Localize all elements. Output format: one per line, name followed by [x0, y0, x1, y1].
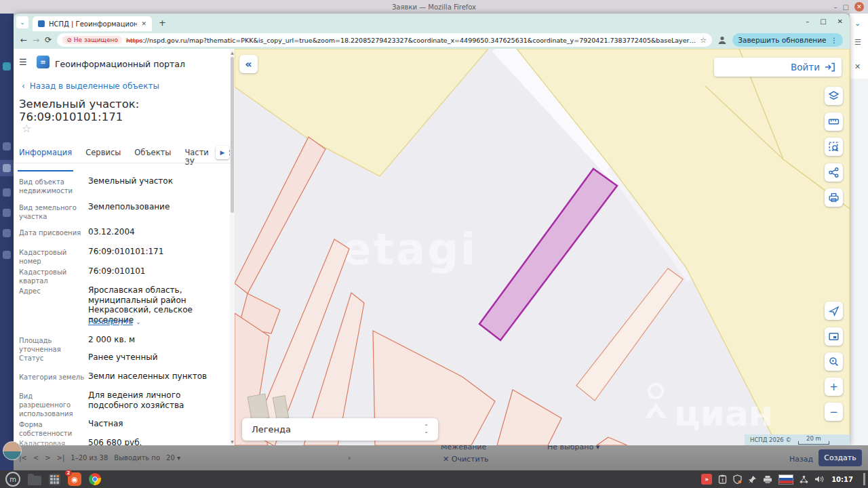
background-app-icon: [3, 142, 11, 150]
measure-button[interactable]: [825, 113, 843, 131]
background-app-icon: [3, 188, 11, 197]
bookmark-star-icon[interactable]: ☆: [700, 36, 707, 45]
create-button[interactable]: Создать: [818, 449, 862, 466]
maximize-icon[interactable]: □: [820, 18, 826, 25]
map-canvas[interactable]: etagi ци: [235, 49, 850, 445]
tray-app-icon[interactable]: »: [701, 474, 712, 485]
logo-glyph: ≡: [40, 58, 45, 66]
calculator-button[interactable]: [49, 474, 60, 485]
tab-information[interactable]: Информация: [19, 148, 72, 167]
last-page-icon[interactable]: >|: [57, 454, 65, 462]
layers-button[interactable]: [825, 87, 843, 105]
chevron-down-icon[interactable]: ⌄: [854, 19, 861, 28]
survey-value-text: Не выбрано: [547, 445, 593, 451]
browser-toolbar: ← → ⟳ ⊘ Не защищено https://nspd.gov.ru/…: [14, 31, 850, 49]
tabs-overflow-button[interactable]: ▶: [216, 146, 229, 159]
close-panel-icon[interactable]: ✕: [854, 62, 861, 71]
close-icon[interactable]: ✕: [854, 2, 864, 12]
cadastral-quarter[interactable]: [235, 49, 488, 176]
overview-map-button[interactable]: [825, 327, 843, 346]
file-manager-button[interactable]: [28, 476, 41, 485]
scroll-down-icon[interactable]: ▼: [230, 439, 235, 444]
selected-parcel[interactable]: [479, 169, 617, 340]
update-firefox-button[interactable]: Завершить обновление ⋮: [732, 33, 843, 47]
url-bar[interactable]: ⊘ Не защищено https://nspd.gov.ru/map?th…: [57, 33, 712, 47]
pin-icon[interactable]: [748, 475, 757, 484]
zoom-in-button[interactable]: +: [825, 378, 843, 396]
legend-bar[interactable]: Легенда ⌃ ⌄: [242, 418, 438, 441]
parcel[interactable]: [576, 268, 683, 401]
clear-button[interactable]: ✕ Очистить: [443, 455, 489, 464]
chevron-down-icon: ⌄: [20, 19, 25, 26]
area-select-button[interactable]: [825, 138, 843, 156]
chrome-button[interactable]: [89, 473, 101, 485]
tab-close-icon[interactable]: ✕: [141, 20, 146, 27]
orange-app-button[interactable]: ◉ 2: [68, 472, 81, 486]
svg-text:!: !: [722, 478, 724, 483]
network-icon[interactable]: [800, 475, 808, 484]
tab-list-button[interactable]: ⌄: [16, 16, 28, 28]
new-tab-button[interactable]: +: [159, 18, 166, 28]
locate-button[interactable]: [825, 302, 843, 320]
parcel[interactable]: [235, 137, 326, 293]
printer-icon[interactable]: [763, 475, 772, 484]
field-label: Вид разрешенного использования: [19, 392, 85, 418]
per-page-select[interactable]: 20 ▾: [166, 454, 180, 462]
tab-objects[interactable]: Объекты: [134, 148, 171, 167]
field-value: 03.12.2004: [88, 227, 228, 237]
maximize-icon[interactable]: □: [843, 3, 849, 11]
url-text: https://nspd.gov.ru/map?thematic=PKK&is_…: [126, 37, 696, 44]
parcel[interactable]: [497, 390, 561, 445]
forward-icon[interactable]: →: [33, 35, 39, 45]
sidebar-scrollbar[interactable]: ▲ ▼: [230, 49, 235, 445]
tab-services[interactable]: Сервисы: [85, 148, 121, 167]
zoom-out-button[interactable]: −: [825, 403, 843, 421]
prev-page-icon[interactable]: <: [33, 454, 39, 462]
tab-parts[interactable]: Части ЗУ: [184, 148, 208, 167]
expand-link[interactable]: Развернуть ⌄: [88, 317, 228, 327]
building[interactable]: [248, 394, 269, 421]
clipboard-icon[interactable]: !: [718, 474, 727, 484]
keyboard-layout-flag[interactable]: [778, 474, 793, 485]
area-select-icon: [828, 141, 840, 152]
legend-toggle-icon[interactable]: ⌃ ⌄: [424, 425, 429, 434]
browser-tab[interactable]: НСПД | Геоинформационн ✕: [33, 16, 152, 31]
parcel[interactable]: [597, 437, 627, 445]
collapse-sidebar-button[interactable]: «: [239, 55, 258, 73]
map-layers: etagi ци: [235, 49, 850, 445]
field-label: Дата присвоения: [19, 228, 85, 237]
back-to-selected-link[interactable]: ‹ Назад в выделенные объекты: [22, 81, 159, 91]
favorite-star-icon[interactable]: ☆: [22, 122, 31, 135]
field-value: 76:09:010101: [88, 266, 228, 277]
menu-icon[interactable]: ☰: [854, 38, 861, 47]
security-badge[interactable]: ⊘ Не защищено: [62, 36, 122, 44]
survey-row-value[interactable]: Не выбрано ▾: [547, 445, 599, 451]
share-button[interactable]: [825, 163, 843, 182]
shield-icon[interactable]: [733, 474, 742, 484]
back-button[interactable]: Назад: [789, 455, 813, 464]
account-icon[interactable]: [717, 35, 727, 45]
back-icon[interactable]: ←: [20, 35, 27, 45]
taskbar: m ◉ 2 » !: [0, 470, 868, 488]
portal-menu-icon[interactable]: ☰: [19, 57, 27, 67]
next-page-icon[interactable]: >: [45, 454, 50, 462]
login-button[interactable]: Войти: [714, 58, 842, 77]
overview-map-icon: [828, 331, 840, 342]
print-icon: [828, 192, 840, 203]
print-button[interactable]: [825, 188, 843, 207]
minimize-icon[interactable]: –: [834, 3, 837, 11]
user-avatar[interactable]: [3, 441, 22, 460]
minimize-icon[interactable]: –: [806, 18, 809, 25]
mint-menu-button[interactable]: m: [5, 472, 20, 487]
volume-icon[interactable]: [814, 475, 824, 483]
field-value: 2 000 кв. м: [88, 335, 228, 345]
kebab-icon[interactable]: ⋮: [831, 36, 838, 44]
scroll-up-icon[interactable]: ▲: [230, 50, 235, 55]
expand-chevron[interactable]: ›: [348, 453, 351, 462]
zoom-out-icon: −: [829, 406, 838, 418]
show-desktop-button[interactable]: [863, 473, 865, 485]
close-icon[interactable]: ✕: [837, 18, 843, 25]
reload-icon[interactable]: ⟳: [45, 35, 52, 45]
scrollbar-thumb[interactable]: [231, 57, 234, 213]
coordinate-search-button[interactable]: [825, 352, 843, 371]
